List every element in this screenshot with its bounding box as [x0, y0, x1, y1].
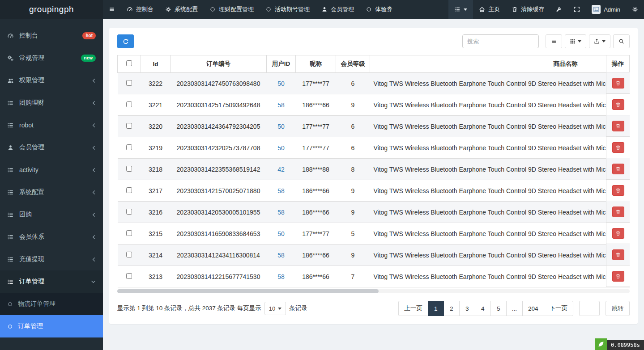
page-button-2[interactable]: 2	[444, 301, 460, 316]
delete-button[interactable]	[612, 142, 624, 153]
delete-button[interactable]	[612, 99, 624, 110]
user-id-link[interactable]: 58	[277, 273, 285, 280]
row-checkbox[interactable]	[126, 230, 132, 236]
user-icon	[7, 144, 14, 151]
row-checkbox[interactable]	[126, 123, 132, 129]
sidebar-item-0[interactable]: 控制台hot	[0, 25, 103, 47]
list-icon	[7, 234, 14, 240]
table-toolbar	[117, 34, 630, 48]
delete-button[interactable]	[612, 185, 624, 196]
delete-button[interactable]	[612, 164, 624, 174]
page-button-204[interactable]: 204	[522, 301, 544, 316]
page-button-4[interactable]: 4	[475, 301, 491, 316]
filter-button[interactable]	[546, 34, 562, 48]
scrollbar-thumb[interactable]	[117, 289, 379, 293]
cell-order-no: 202303031416590833684653	[171, 223, 267, 245]
user-id-link[interactable]: 42	[277, 166, 285, 173]
user-id-link[interactable]: 58	[277, 209, 285, 216]
topbar-item-4[interactable]: 会员管理	[316, 0, 360, 19]
cell-nickname: 186****66	[296, 94, 336, 116]
export-button[interactable]	[589, 34, 610, 48]
column-header-level[interactable]: 会员等级	[336, 55, 370, 73]
delete-button[interactable]	[612, 121, 624, 131]
topbar-item-3[interactable]: 活动期号管理	[260, 0, 316, 19]
wrench-button[interactable]	[550, 0, 568, 19]
leaf-icon[interactable]	[595, 338, 607, 350]
row-checkbox[interactable]	[126, 187, 132, 193]
prev-page-button[interactable]: 上一页	[398, 301, 428, 316]
sidebar-item-5[interactable]: 会员管理	[0, 136, 103, 159]
cell-nickname: 177****77	[296, 116, 336, 137]
row-checkbox[interactable]	[126, 273, 132, 279]
sidebar-item-10[interactable]: 充值提现	[0, 248, 103, 270]
sidebar-item-2[interactable]: 权限管理	[0, 69, 103, 92]
sidebar-item-8[interactable]: 团购	[0, 203, 103, 226]
row-checkbox[interactable]	[126, 80, 132, 86]
topbar-item-5[interactable]: 体验券	[360, 0, 398, 19]
search-input[interactable]	[462, 34, 539, 48]
sidebar-item-4[interactable]: robot	[0, 114, 103, 136]
column-header-user-id[interactable]: 用户ID	[267, 55, 296, 73]
select-all-checkbox[interactable]	[126, 60, 132, 66]
user-id-link[interactable]: 50	[277, 123, 285, 130]
user-id-link[interactable]: 50	[277, 80, 285, 87]
topbar-item-1[interactable]: 系统配置	[159, 0, 204, 19]
delete-button[interactable]	[612, 228, 624, 239]
delete-button[interactable]	[612, 271, 624, 282]
row-checkbox[interactable]	[126, 252, 132, 257]
user-id-link[interactable]: 58	[277, 252, 285, 259]
cell-product: Vitog TWS Wireless Bluetooth Earphone To…	[370, 180, 630, 202]
sidebar-subitem-0[interactable]: 物流订单管理	[0, 293, 103, 315]
sidebar-item-3[interactable]: 团购理财	[0, 92, 103, 114]
user-id-link[interactable]: 58	[277, 101, 285, 109]
user-id-link[interactable]: 58	[277, 187, 285, 194]
row-checkbox[interactable]	[126, 101, 132, 107]
topbar-item-0[interactable]: 控制台	[121, 0, 159, 19]
sidebar-item-6[interactable]: activity	[0, 159, 103, 181]
row-checkbox[interactable]	[126, 166, 132, 172]
row-checkbox[interactable]	[126, 209, 132, 215]
column-header-product[interactable]: 商品名称	[370, 55, 630, 73]
page-button-5[interactable]: 5	[490, 301, 507, 316]
user-menu[interactable]: Admin	[586, 0, 626, 19]
sidebar-subitem-1[interactable]: 订单管理	[0, 315, 103, 337]
row-checkbox[interactable]	[126, 144, 132, 150]
column-header-nickname[interactable]: 昵称	[296, 55, 336, 73]
cell-id: 3222	[141, 73, 171, 94]
user-id-link[interactable]: 50	[277, 230, 285, 237]
page-button-3[interactable]: 3	[459, 301, 475, 316]
sidebar-item-1[interactable]: 常规管理new	[0, 47, 103, 69]
column-header-order-no[interactable]: 订单编号	[171, 55, 267, 73]
sidebar-item-11[interactable]: 订单管理	[0, 270, 103, 293]
username-label: Admin	[604, 6, 620, 13]
sidebar: groupingph 控制台hot常规管理new权限管理团购理财robot会员管…	[0, 0, 103, 350]
delete-button[interactable]	[612, 249, 624, 260]
delete-button[interactable]	[612, 207, 624, 217]
delete-button[interactable]	[612, 78, 624, 89]
page-button-1[interactable]: 1	[428, 301, 444, 316]
operation-cell	[606, 201, 630, 223]
cell-nickname: 177****77	[296, 223, 336, 245]
fullscreen-button[interactable]	[568, 0, 586, 19]
refresh-button[interactable]	[117, 34, 134, 48]
caret-down-icon	[602, 40, 606, 42]
page-size-dropdown[interactable]: 10	[264, 302, 286, 315]
search-button[interactable]	[613, 34, 630, 48]
topbar-item-2[interactable]: 理财配置管理	[204, 0, 260, 19]
trash-icon	[512, 6, 518, 13]
home-button[interactable]: 主页	[473, 0, 506, 19]
clear-cache-button[interactable]: 清除缓存	[506, 0, 550, 19]
columns-button[interactable]	[565, 34, 586, 48]
horizontal-scrollbar[interactable]	[117, 289, 630, 293]
next-page-button[interactable]: 下一页	[544, 301, 574, 316]
settings-button[interactable]	[626, 0, 644, 19]
nav-style-dropdown[interactable]	[448, 0, 473, 19]
jump-page-input[interactable]	[579, 301, 600, 316]
sidebar-item-9[interactable]: 会员体系	[0, 226, 103, 248]
user-id-link[interactable]: 50	[277, 144, 285, 152]
sidebar-toggle-button[interactable]	[103, 0, 121, 19]
jump-button[interactable]: 跳转	[606, 301, 630, 316]
column-header-id[interactable]: Id	[141, 55, 171, 73]
trash-icon	[615, 123, 621, 129]
sidebar-item-7[interactable]: 系统配置	[0, 181, 103, 203]
